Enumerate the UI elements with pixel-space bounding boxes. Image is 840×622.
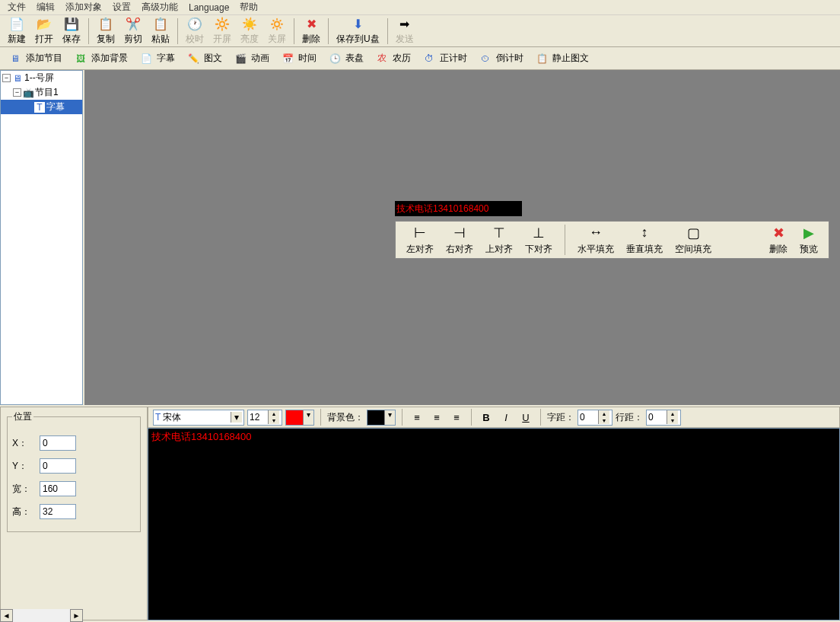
tree-hscroll[interactable]: ◄ ► <box>0 609 83 622</box>
x-input[interactable] <box>40 435 76 451</box>
tree-program[interactable]: − 📺 节目1 <box>1 85 82 100</box>
align-center-text-button[interactable]: ≡ <box>428 409 445 426</box>
open-button[interactable]: 📂打开 <box>30 15 58 47</box>
copy-button[interactable]: 📋复制 <box>92 15 119 47</box>
up-icon[interactable]: ▲ <box>599 410 609 417</box>
font-size-input[interactable] <box>248 412 268 423</box>
down-icon[interactable]: ▼ <box>599 417 609 424</box>
align-left-text-button[interactable]: ≡ <box>409 409 425 426</box>
static-img-button[interactable]: 📋静止图文 <box>530 49 593 68</box>
lunar-icon: 农 <box>374 51 390 66</box>
cut-button[interactable]: ✂️剪切 <box>119 15 147 47</box>
up-icon[interactable]: ▲ <box>667 410 678 417</box>
y-input[interactable] <box>40 458 76 474</box>
delete-icon: ✖ <box>770 225 787 241</box>
countdown-button[interactable]: ⏲倒计时 <box>473 49 528 68</box>
char-space-spinner[interactable]: ▲▼ <box>578 410 612 426</box>
fill-space-button[interactable]: ▢空间填充 <box>669 223 718 257</box>
color-swatch <box>368 410 384 425</box>
menu-add-object[interactable]: 添加对象 <box>61 0 107 15</box>
new-button[interactable]: 📄新建 <box>3 15 30 47</box>
subtitle-icon: 📄 <box>138 51 154 66</box>
menu-advanced[interactable]: 高级功能 <box>137 0 183 15</box>
menu-help[interactable]: 帮助 <box>235 0 262 15</box>
tree-panel[interactable]: − 🖥 1--号屏 − 📺 节目1 T 字幕 <box>0 70 83 405</box>
char-space-input[interactable] <box>578 412 598 423</box>
separator <box>565 225 565 255</box>
clock-icon: 🕐 <box>187 17 202 32</box>
align-left-button[interactable]: ⊢左对齐 <box>400 223 440 257</box>
separator <box>320 409 321 426</box>
menu-settings[interactable]: 设置 <box>108 0 135 15</box>
font-size-spinner[interactable]: ▲▼ <box>247 410 282 426</box>
underline-button[interactable]: U <box>517 409 534 426</box>
brightness-button[interactable]: ☀️亮度 <box>236 15 263 47</box>
align-top-button[interactable]: ⊤上对齐 <box>479 223 519 257</box>
down-icon[interactable]: ▼ <box>667 417 678 424</box>
float-delete-button[interactable]: ✖删除 <box>763 223 794 257</box>
paste-button[interactable]: 📋粘贴 <box>147 15 174 47</box>
screen-on-icon: 🔆 <box>215 17 230 32</box>
bg-color-picker[interactable]: ▾ <box>367 410 396 426</box>
play-icon: ▶ <box>800 225 817 241</box>
down-icon[interactable]: ▼ <box>269 417 279 424</box>
screen-off-icon: 🔅 <box>269 17 285 32</box>
scroll-right-icon[interactable]: ► <box>70 609 83 622</box>
align-left-icon: ⊢ <box>412 225 428 241</box>
program-icon: 📺 <box>23 88 33 98</box>
countup-button[interactable]: ⏱正计时 <box>417 49 472 68</box>
separator <box>471 409 472 426</box>
monitor-icon: 🖥 <box>8 51 23 66</box>
h-input[interactable] <box>40 504 76 519</box>
imgtext-icon: ✏️ <box>186 51 201 66</box>
canvas-area[interactable]: 技术电话13410168400 ⊢左对齐 ⊣右对齐 ⊤上对齐 ⊥下对齐 ↔水平填… <box>83 70 840 405</box>
separator <box>328 18 329 44</box>
subtitle-button[interactable]: 📄字幕 <box>134 49 180 68</box>
align-right-text-button[interactable]: ≡ <box>448 409 465 426</box>
main-toolbar: 📄新建 📂打开 💾保存 📋复制 ✂️剪切 📋粘贴 🕐校时 🔆开屏 ☀️亮度 🔅关… <box>0 15 840 47</box>
add-bg-button[interactable]: 🖼添加背景 <box>68 49 132 68</box>
line-space-spinner[interactable]: ▲▼ <box>646 410 681 426</box>
fill-v-button[interactable]: ↕垂直填充 <box>620 223 669 257</box>
w-input[interactable] <box>40 481 76 496</box>
imgtext-button[interactable]: ✏️图文 <box>181 49 227 68</box>
align-right-button[interactable]: ⊣右对齐 <box>440 223 479 257</box>
scroll-left-icon[interactable]: ◄ <box>0 609 13 622</box>
send-button[interactable]: ➡发送 <box>391 15 418 47</box>
tree-root[interactable]: − 🖥 1--号屏 <box>1 71 82 85</box>
font-icon: T <box>155 412 161 423</box>
float-preview-button[interactable]: ▶预览 <box>794 223 824 257</box>
save-button[interactable]: 💾保存 <box>58 15 85 47</box>
save-usb-button[interactable]: ⬇保存到U盘 <box>332 15 384 47</box>
delete-button[interactable]: ✖删除 <box>298 15 325 47</box>
tree-subtitle[interactable]: T 字幕 <box>1 100 82 114</box>
close-screen-button[interactable]: 🔅关屏 <box>263 15 291 47</box>
text-color-picker[interactable]: ▾ <box>285 410 314 426</box>
menu-edit[interactable]: 编辑 <box>32 0 59 15</box>
align-bottom-button[interactable]: ⊥下对齐 <box>519 223 558 257</box>
bold-button[interactable]: B <box>478 409 495 426</box>
add-program-button[interactable]: 🖥添加节目 <box>3 49 67 68</box>
cut-icon: ✂️ <box>126 17 141 32</box>
text-editor[interactable]: 技术电话13410168400 <box>148 428 840 620</box>
collapse-icon[interactable]: − <box>13 88 21 97</box>
position-panel: 位置 X： Y： 宽： 高： <box>0 407 148 620</box>
collapse-icon[interactable]: − <box>2 74 11 82</box>
up-icon[interactable]: ▲ <box>269 410 279 417</box>
preview-text[interactable]: 技术电话13410168400 <box>395 201 522 216</box>
line-space-input[interactable] <box>647 412 667 423</box>
time-button[interactable]: 📅时间 <box>275 49 321 68</box>
scroll-track[interactable] <box>13 609 70 622</box>
fill-v-icon: ↕ <box>636 225 653 241</box>
fill-h-button[interactable]: ↔水平填充 <box>571 223 620 257</box>
italic-button[interactable]: I <box>498 409 514 426</box>
open-screen-button[interactable]: 🔆开屏 <box>208 15 236 47</box>
lunar-button[interactable]: 农农历 <box>370 49 415 68</box>
font-select[interactable]: T 宋体 ▾ <box>153 410 244 426</box>
sync-button[interactable]: 🕐校时 <box>181 15 208 47</box>
menu-language[interactable]: Language <box>184 1 234 14</box>
anim-button[interactable]: 🎬动画 <box>228 49 274 68</box>
dial-button[interactable]: 🕒表盘 <box>323 49 368 68</box>
align-toolbar: ⊢左对齐 ⊣右对齐 ⊤上对齐 ⊥下对齐 ↔水平填充 ↕垂直填充 ▢空间填充 ✖删… <box>395 221 829 259</box>
menu-file[interactable]: 文件 <box>3 0 30 15</box>
